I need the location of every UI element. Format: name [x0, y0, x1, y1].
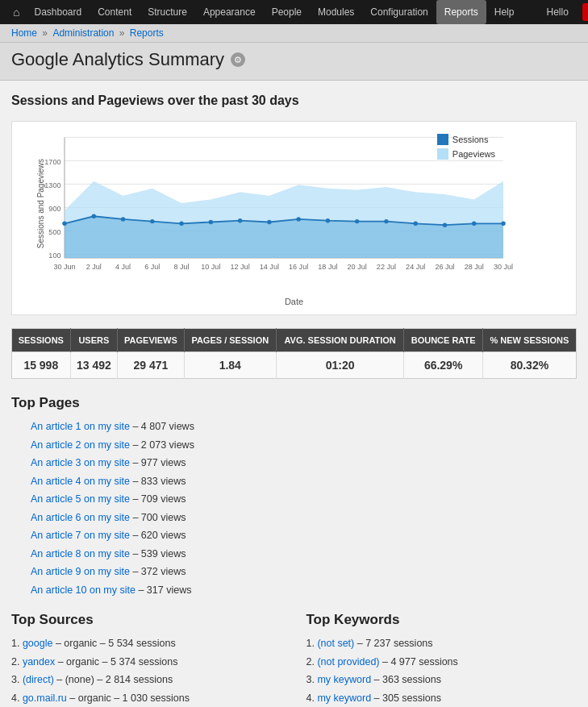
svg-text:10 Jul: 10 Jul	[201, 263, 220, 271]
svg-rect-48	[437, 148, 448, 160]
stats-val-pages-session: 1.84	[184, 352, 276, 379]
svg-point-36	[209, 220, 213, 224]
svg-text:28 Jul: 28 Jul	[465, 263, 484, 271]
chart-x-label: Date	[20, 297, 568, 306]
svg-text:6 Jul: 6 Jul	[144, 263, 160, 271]
stats-header-pages-session: PAGES / SESSION	[184, 329, 276, 352]
stats-header-bounce-rate: BOUNCE RATE	[404, 329, 482, 352]
top-pages-item: An article 6 on my site – 700 views	[31, 509, 577, 527]
svg-point-34	[150, 219, 154, 223]
chart-legend: Sessions Pageviews	[437, 134, 495, 160]
nav-structure[interactable]: Structure	[140, 0, 195, 24]
nav-reports[interactable]: Reports	[436, 0, 486, 24]
legend-pageviews: Pageviews	[437, 148, 495, 160]
top-keywords-link-3[interactable]: my keyword	[317, 674, 371, 685]
top-keywords-item: 2. (not provided) – 4 977 sessions	[307, 653, 578, 672]
top-pages-title: Top Pages	[11, 395, 577, 411]
svg-text:14 Jul: 14 Jul	[260, 263, 279, 271]
nav-people[interactable]: People	[264, 0, 310, 24]
top-pages-section: Top Pages An article 1 on my site – 4 80…	[11, 395, 577, 599]
top-pages-link-6[interactable]: An article 6 on my site	[31, 512, 130, 523]
top-pages-link-5[interactable]: An article 5 on my site	[31, 493, 130, 505]
top-keywords-item: 4. my keyword – 305 sessions	[307, 689, 578, 708]
nav-modules[interactable]: Modules	[310, 0, 362, 24]
legend-sessions: Sessions	[437, 134, 495, 145]
svg-point-39	[296, 217, 300, 221]
stats-table: SESSIONS USERS PAGEVIEWS PAGES / SESSION…	[11, 328, 577, 379]
svg-point-35	[179, 222, 183, 226]
top-keywords-link-2[interactable]: (not provided)	[317, 656, 379, 667]
svg-point-31	[62, 222, 66, 226]
svg-point-44	[443, 222, 447, 227]
stats-val-sessions: 15 998	[12, 352, 71, 379]
stats-val-pageviews: 29 471	[118, 352, 185, 379]
top-pages-item: An article 3 on my site – 977 views	[31, 454, 577, 472]
svg-text:16 Jul: 16 Jul	[289, 263, 308, 271]
top-pages-item: An article 5 on my site – 709 views	[31, 490, 577, 509]
svg-point-41	[355, 219, 359, 223]
svg-text:2 Jul: 2 Jul	[86, 263, 102, 271]
top-nav: ⌂ Dashboard Content Structure Appearance…	[0, 0, 588, 24]
admin-link[interactable]: admin	[582, 3, 588, 21]
breadcrumb: Home » Administration » Reports	[0, 24, 588, 43]
svg-point-33	[121, 217, 125, 221]
top-keywords-link-4[interactable]: my keyword	[317, 692, 371, 704]
svg-point-43	[413, 222, 417, 226]
svg-text:24 Jul: 24 Jul	[406, 263, 425, 271]
breadcrumb-home[interactable]: Home	[11, 27, 37, 39]
top-pages-item: An article 2 on my site – 2 073 views	[31, 436, 577, 455]
stats-header-avg-session: AVG. SESSION DURATION	[276, 329, 404, 352]
svg-text:26 Jul: 26 Jul	[435, 263, 454, 271]
top-sources-item: 1. google – organic – 5 534 sessions	[11, 634, 282, 653]
top-sources-col: Top Sources 1. google – organic – 5 534 …	[11, 612, 282, 707]
top-sources-link-3[interactable]: (direct)	[23, 674, 54, 685]
svg-rect-47	[437, 134, 448, 145]
svg-text:30 Jul: 30 Jul	[494, 263, 513, 271]
top-pages-link-4[interactable]: An article 4 on my site	[31, 476, 130, 487]
main-content: Sessions and Pageviews over the past 30 …	[0, 81, 588, 707]
top-pages-link-1[interactable]: An article 1 on my site	[31, 421, 130, 432]
top-pages-link-9[interactable]: An article 9 on my site	[31, 566, 130, 577]
breadcrumb-admin[interactable]: Administration	[52, 27, 114, 39]
svg-text:22 Jul: 22 Jul	[377, 263, 396, 271]
top-pages-link-2[interactable]: An article 2 on my site	[31, 439, 130, 451]
stats-val-users: 13 492	[70, 352, 118, 379]
stats-val-avg-session: 01:20	[276, 352, 404, 379]
top-pages-link-3[interactable]: An article 3 on my site	[31, 457, 130, 468]
breadcrumb-reports[interactable]: Reports	[130, 27, 164, 39]
nav-configuration[interactable]: Configuration	[362, 0, 436, 24]
breadcrumb-sep2: »	[119, 27, 127, 39]
chart-container: Sessions and Pageviews 100 500 900 1300	[11, 121, 577, 315]
svg-point-46	[501, 222, 505, 226]
top-pages-item: An article 4 on my site – 833 views	[31, 472, 577, 491]
svg-text:18 Jul: 18 Jul	[318, 263, 337, 271]
chart-section-title: Sessions and Pageviews over the past 30 …	[11, 94, 577, 108]
nav-dashboard[interactable]: Dashboard	[26, 0, 90, 24]
top-sources-link-2[interactable]: yandex	[23, 656, 55, 667]
chart-y-label: Sessions and Pageviews	[36, 159, 45, 248]
settings-gear-icon[interactable]: ⚙	[231, 52, 245, 67]
breadcrumb-sep1: »	[42, 27, 50, 39]
page-title: Google Analytics Summary ⚙	[11, 49, 577, 70]
nav-content[interactable]: Content	[90, 0, 140, 24]
top-pages-list: An article 1 on my site – 4 807 viewsAn …	[11, 418, 577, 599]
top-keywords-link-1[interactable]: (not set)	[317, 638, 354, 649]
top-pages-item: An article 7 on my site – 620 views	[31, 526, 577, 545]
svg-text:4 Jul: 4 Jul	[115, 263, 131, 271]
stats-header-new-sessions: % NEW SESSIONS	[482, 329, 576, 352]
top-keywords-title: Top Keywords	[307, 612, 578, 628]
top-sources-list: 1. google – organic – 5 534 sessions2. y…	[11, 634, 282, 707]
nav-appearance[interactable]: Appearance	[195, 0, 264, 24]
svg-point-38	[267, 220, 271, 224]
top-sources-link-1[interactable]: google	[23, 638, 53, 649]
top-pages-link-10[interactable]: An article 10 on my site	[31, 584, 136, 596]
hello-admin-label: Hello	[538, 0, 579, 24]
top-pages-link-7[interactable]: An article 7 on my site	[31, 530, 130, 541]
nav-home-icon[interactable]: ⌂	[6, 0, 26, 24]
svg-text:12 Jul: 12 Jul	[231, 263, 250, 271]
stats-val-new-sessions: 80.32%	[482, 352, 576, 379]
top-pages-link-8[interactable]: An article 8 on my site	[31, 548, 130, 559]
nav-help[interactable]: Help	[486, 0, 523, 24]
bottom-two-col: Top Sources 1. google – organic – 5 534 …	[11, 612, 577, 707]
top-sources-link-4[interactable]: go.mail.ru	[23, 692, 67, 704]
